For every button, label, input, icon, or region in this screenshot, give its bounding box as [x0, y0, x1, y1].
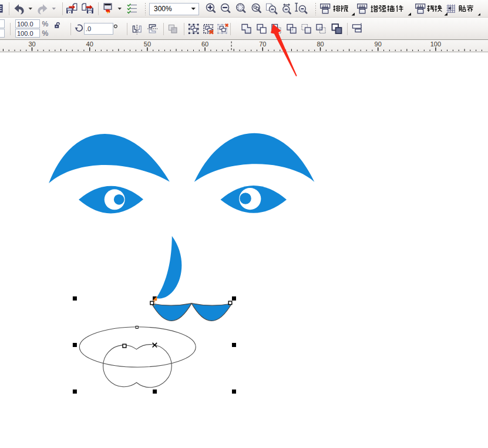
svg-text:90: 90 — [375, 41, 382, 48]
svg-text:30: 30 — [28, 41, 35, 48]
svg-text:100: 100 — [430, 41, 441, 48]
svg-text:50: 50 — [144, 41, 151, 48]
svg-text:80: 80 — [317, 41, 324, 48]
svg-text:40: 40 — [86, 41, 93, 48]
svg-text:60: 60 — [201, 41, 208, 48]
svg-text:70: 70 — [259, 41, 266, 48]
